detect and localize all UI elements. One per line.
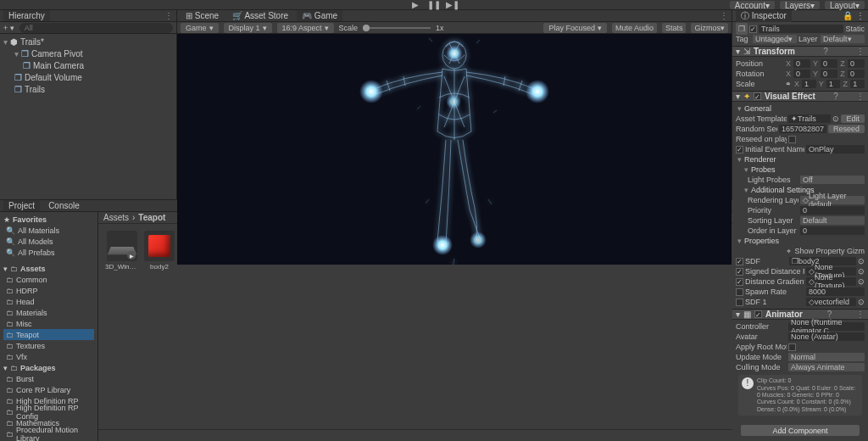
tree-item-default-volume[interactable]: ❒ Default Volume [3, 71, 173, 83]
pos-y[interactable]: 0 [821, 59, 837, 68]
folder-vfx[interactable]: 🗀Vfx [3, 351, 94, 362]
spawn-rate-field[interactable]: 8000 [806, 287, 865, 296]
pkg-corerp[interactable]: 🗀Core RP Library [3, 384, 94, 395]
layers-dropdown[interactable]: Layers ▾ [780, 1, 820, 9]
sdf1-field[interactable]: ◇ vectorfield [806, 298, 856, 306]
pkg-procmotion[interactable]: 🗀Procedural Motion Library [3, 428, 94, 439]
avatar-field[interactable]: None (Avatar) [788, 332, 865, 341]
reseed-on-play-checkbox[interactable] [788, 136, 796, 143]
rot-x[interactable]: 0 [793, 70, 810, 78]
gizmo-icon[interactable]: ⌖ [787, 247, 791, 256]
distance-grad-checkbox[interactable] [736, 278, 743, 286]
hierarchy-search-input[interactable] [19, 23, 173, 33]
panel-menu-icon[interactable]: ⋮ [720, 11, 728, 20]
animator-enabled-checkbox[interactable] [754, 310, 762, 318]
step-button[interactable]: ▶❚ [447, 1, 459, 9]
fav-all-prefabs[interactable]: 🔍 All Prefabs [3, 247, 94, 258]
scale-slider[interactable] [363, 27, 431, 29]
object-picker-icon[interactable]: ⊙ [858, 267, 865, 276]
favorites-header[interactable]: ★Favorites [3, 214, 94, 225]
breadcrumb-root[interactable]: Assets [103, 213, 129, 222]
asset-thumb[interactable]: ▶3D_Windo... [105, 231, 139, 271]
gizmos-toggle[interactable]: Gizmos ▾ [691, 23, 728, 33]
transform-component-header[interactable]: ▾⇲ Transform ? ⋮ [732, 46, 868, 57]
inspector-tab[interactable]: ⓘ Inspector [736, 10, 792, 23]
folder-teapot[interactable]: 🗀Teapot [3, 329, 94, 340]
game-viewport[interactable] [177, 34, 732, 271]
priority-field[interactable]: 0 [800, 206, 865, 215]
layer-dropdown[interactable]: Default ▾ [821, 35, 865, 43]
tree-item-trails[interactable]: ❒ Trails [3, 83, 173, 95]
scene-tab[interactable]: ⊞ Scene [181, 10, 224, 21]
static-label[interactable]: Static [845, 25, 865, 33]
panel-menu-icon[interactable]: ⋮ [856, 11, 865, 20]
asset-template-field[interactable]: ✦ Trails [788, 114, 831, 123]
initial-event-checkbox[interactable] [736, 146, 743, 154]
scene-row[interactable]: ▾⬢ Trails* [3, 36, 173, 47]
pkg-hdrp-config[interactable]: 🗀High Definition RP Config [3, 406, 94, 417]
object-picker-icon[interactable]: ⊙ [858, 257, 865, 265]
folder-hdrp[interactable]: 🗀HDRP [3, 285, 94, 296]
asset-thumb[interactable]: body2 [142, 231, 176, 271]
object-picker-icon[interactable]: ⊙ [858, 277, 865, 286]
display-dropdown[interactable]: Display 1 ▾ [224, 23, 272, 33]
add-component-button[interactable]: Add Component [741, 425, 860, 436]
layout-dropdown[interactable]: Layout ▾ [825, 1, 865, 9]
game-mode-dropdown[interactable]: Game ▾ [181, 23, 219, 33]
light-probes-dropdown[interactable]: Off [800, 176, 865, 184]
play-button[interactable]: ▶ [409, 1, 421, 9]
controller-field[interactable]: None (Runtime Animator C [788, 322, 865, 331]
hierarchy-tab[interactable]: Hierarchy [3, 10, 50, 21]
game-tab[interactable]: 🎮 Game [297, 10, 342, 21]
lock-icon[interactable]: 🔒 [843, 11, 853, 20]
folder-misc[interactable]: 🗀Misc [3, 318, 94, 329]
show-property-gizmo[interactable]: Show Property Gizm [794, 247, 865, 255]
object-picker-icon[interactable]: ⊙ [832, 114, 839, 123]
sorting-layer-dropdown[interactable]: Default [800, 216, 865, 225]
active-checkbox[interactable] [749, 25, 757, 33]
scale-y[interactable]: 1 [826, 80, 841, 88]
tree-item-main-camera[interactable]: ❒ Main Camera [3, 59, 173, 71]
create-dropdown[interactable]: + ▾ [3, 24, 14, 32]
sdf-override-checkbox[interactable] [736, 258, 743, 265]
apply-root-motion-checkbox[interactable] [788, 343, 796, 351]
visual-effect-component-header[interactable]: ▾✦ Visual Effect ?⋮ [732, 91, 868, 102]
fav-all-models[interactable]: 🔍 All Models [3, 236, 94, 247]
console-tab[interactable]: Console [43, 200, 85, 211]
vfx-enabled-checkbox[interactable] [754, 92, 761, 100]
mute-audio-toggle[interactable]: Mute Audio [612, 23, 657, 33]
rendering-layer-dropdown[interactable]: ◇ Light Layer default [800, 196, 865, 204]
stats-toggle[interactable]: Stats [662, 23, 687, 33]
order-in-layer-field[interactable]: 0 [800, 226, 865, 235]
breadcrumb-current[interactable]: Teapot [138, 213, 165, 222]
folder-textures[interactable]: 🗀Textures [3, 340, 94, 351]
link-icon[interactable]: ⚭ [785, 80, 792, 88]
pos-z[interactable]: 0 [848, 59, 865, 68]
scale-z[interactable]: 1 [850, 80, 865, 88]
culling-mode-dropdown[interactable]: Always Animate [788, 363, 865, 371]
random-seed-field[interactable]: 1657082807 [779, 125, 826, 133]
component-help-icon[interactable]: ? [823, 47, 828, 56]
signed-dist-checkbox[interactable] [736, 268, 743, 276]
distance-gradient-field[interactable]: ◇ None (Texture) [806, 277, 856, 286]
spawn-rate-checkbox[interactable] [736, 288, 743, 296]
folder-head[interactable]: 🗀Head [3, 296, 94, 307]
scale-x[interactable]: 1 [802, 80, 816, 88]
packages-header[interactable]: ▾🗀Packages [3, 362, 94, 373]
account-dropdown[interactable]: Account ▾ [730, 1, 775, 9]
project-tab[interactable]: Project [3, 200, 40, 211]
component-menu-icon[interactable]: ⋮ [856, 47, 865, 56]
panel-menu-icon[interactable]: ⋮ [164, 11, 173, 20]
reseed-button[interactable]: Reseed [828, 125, 865, 133]
assets-header[interactable]: ▾🗀Assets [3, 263, 94, 274]
edit-button[interactable]: Edit [841, 114, 865, 123]
asset-store-tab[interactable]: 🛒 Asset Store [227, 10, 293, 21]
tree-item-camera-pivot[interactable]: ▾❒ Camera Pivot [3, 47, 173, 59]
folder-materials[interactable]: 🗀Materials [3, 307, 94, 318]
object-name-field[interactable]: Trails [759, 25, 843, 33]
sdf1-checkbox[interactable] [736, 299, 743, 306]
pkg-burst[interactable]: 🗀Burst [3, 373, 94, 384]
rot-z[interactable]: 0 [848, 70, 865, 78]
pause-button[interactable]: ❚❚ [428, 1, 440, 9]
tag-dropdown[interactable]: Untagged ▾ [753, 35, 797, 43]
